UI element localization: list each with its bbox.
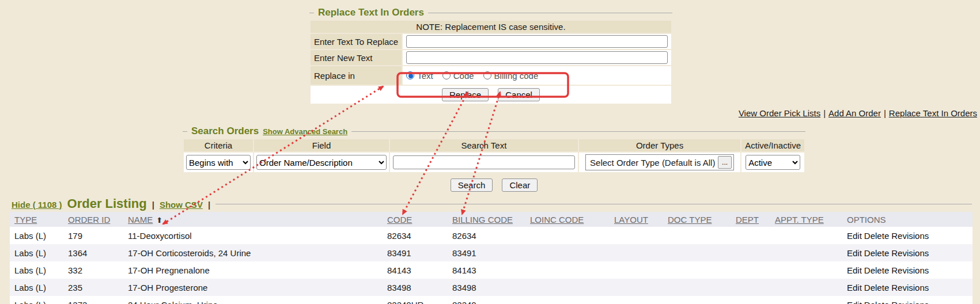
row-edit-link[interactable]: Edit [847,300,862,304]
row-revisions-link[interactable]: Revisions [891,283,929,292]
row-revisions-link[interactable]: Revisions [891,265,929,275]
row-edit-link[interactable]: Edit [847,265,862,275]
search-buttons-row: Search Clear [183,178,805,192]
radio-button-billing-code[interactable] [483,71,491,79]
search-button[interactable]: Search [451,178,493,192]
table-row: Labs (L)137324 Hour Calcium, Urine82340U… [10,296,973,304]
radio-option-code[interactable]: Code [442,71,474,81]
cell-options: EditDeleteRevisions [842,261,973,279]
cell-appt-type [770,227,842,244]
row-edit-link[interactable]: Edit [847,248,862,258]
cell-layout [610,279,663,296]
cell-billing-code: 84143 [448,261,525,279]
cell-billing-code: 83498 [448,279,525,296]
row-delete-link[interactable]: Delete [864,248,889,258]
radio-label-code: Code [453,71,474,81]
cell-code: 84143 [383,261,448,279]
show-csv-link[interactable]: Show CSV [160,200,203,210]
replace-button[interactable]: Replace [442,88,489,101]
row-delete-link[interactable]: Delete [864,300,889,304]
cell-type: Labs (L) [10,227,63,244]
column-header-order-id[interactable]: ORDER ID [63,212,123,227]
order-types-browse-button[interactable]: ... [718,156,732,169]
column-header-code[interactable]: CODE [383,212,448,227]
cell-loinc-code [525,296,610,304]
cell-doc-type [663,296,731,304]
active-inactive-column-header: Active/Inactive [741,139,804,151]
field-select[interactable]: Order Name/Description [256,155,387,170]
row-edit-link[interactable]: Edit [847,231,862,241]
active-inactive-select[interactable]: Active [746,155,800,170]
radio-option-billing-code[interactable]: Billing code [483,71,539,81]
row-delete-link[interactable]: Delete [864,231,889,241]
cell-type: Labs (L) [10,279,63,296]
fieldset-border-line [428,13,672,13]
cell-appt-type [770,296,842,304]
order-types-value: Select Order Type (Default is All) [590,158,715,168]
column-header-name[interactable]: NAME⬆ [123,212,383,227]
text-to-replace-row: Enter Text To Replace [311,34,671,49]
column-header-doc-type[interactable]: DOC TYPE [663,212,731,227]
search-text-input[interactable] [393,155,575,169]
replace-buttons-row: Replace Cancel [311,86,671,104]
column-header-loinc-code[interactable]: LOINC CODE [525,212,610,227]
cell-type: Labs (L) [10,244,63,261]
orders-header-row: TYPE ORDER ID NAME⬆ CODE BILLING CODE LO… [10,212,973,227]
column-header-dept[interactable]: DEPT [731,212,770,227]
cell-doc-type [663,227,731,244]
cell-dept [731,227,770,244]
cell-dept [731,296,770,304]
order-types-picker[interactable]: Select Order Type (Default is All) ... [585,154,734,170]
add-an-order-link[interactable]: Add An Order [828,108,881,118]
row-revisions-link[interactable]: Revisions [891,231,929,241]
replace-text-panel: Replace Text In Orders NOTE: Replacement… [309,7,672,105]
cell-appt-type [770,244,842,261]
link-separator: | [823,108,826,118]
row-revisions-link[interactable]: Revisions [891,300,929,304]
cell-order-id: 1373 [63,296,123,304]
radio-label-billing-code: Billing code [494,71,539,81]
clear-button[interactable]: Clear [502,178,538,192]
cell-name: 17-OH Progesterone [123,279,383,296]
orders-table-body: Labs (L)17911-Deoxycortisol8263482634Edi… [10,227,973,304]
column-header-appt-type[interactable]: APPT. TYPE [770,212,842,227]
replace-panel-title: Replace Text In Orders [318,7,424,18]
cell-order-id: 235 [63,279,123,296]
column-header-type[interactable]: TYPE [10,212,63,227]
criteria-column-header: Criteria [184,139,253,151]
orders-table: TYPE ORDER ID NAME⬆ CODE BILLING CODE LO… [10,212,973,304]
view-order-pick-lists-link[interactable]: View Order Pick Lists [739,108,820,118]
fieldset-border-line [215,204,972,204]
column-header-layout[interactable]: LAYOUT [610,212,663,227]
cell-order-id: 332 [63,261,123,279]
radio-button-code[interactable] [442,71,451,79]
criteria-select[interactable]: Begins with [186,155,251,170]
radio-option-text[interactable]: Text [406,71,433,81]
cell-type: Labs (L) [10,296,63,304]
cell-dept [731,261,770,279]
search-text-column-header: Search Text [390,139,578,151]
row-delete-link[interactable]: Delete [864,283,889,292]
cell-name: 17-OH Corticosteroids, 24 Urine [123,244,383,261]
search-controls-row: Begins with Order Name/Description Selec… [184,153,804,172]
cell-options: EditDeleteRevisions [842,279,973,296]
radio-button-text[interactable] [406,71,414,79]
text-to-replace-input[interactable] [406,35,668,48]
cell-doc-type [663,279,731,296]
table-row: Labs (L)17911-Deoxycortisol8263482634Edi… [10,227,973,244]
cell-order-id: 179 [63,227,123,244]
row-delete-link[interactable]: Delete [864,265,889,275]
hide-count-link[interactable]: Hide ( 1108 ) [12,200,62,210]
replace-text-in-orders-link[interactable]: Replace Text In Orders [889,108,977,118]
link-separator: | [884,108,886,118]
show-advanced-search-link[interactable]: Show Advanced Search [263,127,347,136]
cell-code: 83498 [383,279,448,296]
cancel-button[interactable]: Cancel [498,88,540,101]
cell-loinc-code [525,244,610,261]
row-edit-link[interactable]: Edit [847,283,862,292]
cell-dept [731,279,770,296]
column-header-billing-code[interactable]: BILLING CODE [448,212,525,227]
row-revisions-link[interactable]: Revisions [891,248,929,258]
new-text-input[interactable] [406,51,668,64]
table-row: Labs (L)23517-OH Progesterone8349883498E… [10,279,973,296]
